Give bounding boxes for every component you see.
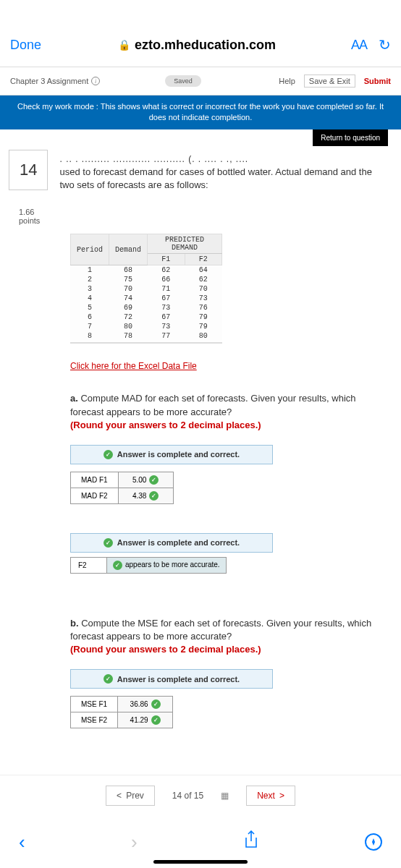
- table-cell: 3: [71, 284, 109, 294]
- part-a-prompt: a. Compute MAD for each set of forecasts…: [70, 392, 376, 432]
- table-cell: 80: [109, 322, 148, 331]
- question-text: used to forecast demand for cases of bot…: [59, 166, 371, 190]
- share-icon[interactable]: [243, 830, 259, 854]
- table-cell: 5: [71, 303, 109, 312]
- check-icon: ✓: [104, 538, 113, 548]
- url-display[interactable]: 🔒 ezto.mheducation.com: [56, 38, 338, 53]
- table-cell: 62: [185, 275, 222, 284]
- part-a-accuracy-banner: ✓ Answer is complete and correct.: [70, 533, 273, 553]
- reload-icon[interactable]: ↻: [379, 36, 391, 54]
- points-box: 1.66 points: [19, 208, 379, 225]
- part-a-accuracy-row: F2 ✓appears to be more accurate.: [70, 557, 227, 574]
- part-b-answer-table: MSE F1 36.86✓ MSE F2 41.29✓: [70, 696, 173, 728]
- check-work-banner: Check my work mode : This shows what is …: [0, 95, 401, 129]
- next-label: Next: [257, 791, 275, 801]
- table-scroll-wrapper[interactable]: Period Demand PREDICTED DEMAND F1 F2 168…: [70, 234, 222, 344]
- mad-f1-label: MAD F1: [71, 472, 119, 488]
- table-cell: 70: [185, 284, 222, 294]
- table-cell: 67: [148, 294, 185, 303]
- table-row: 3707170: [71, 284, 222, 294]
- banner-text: Answer is complete and correct.: [117, 675, 240, 684]
- part-a-label: a.: [70, 393, 78, 404]
- mse-f2-value: 41.29: [130, 716, 148, 724]
- text-size-button[interactable]: AA: [351, 38, 367, 53]
- table-row: 6726779: [71, 312, 222, 322]
- table-cell: 8: [71, 331, 109, 341]
- mad-f1-value-cell: 5.00✓: [118, 472, 173, 488]
- th-f2: F2: [185, 254, 222, 265]
- compass-icon[interactable]: [365, 833, 382, 851]
- status-icons: ▁▃▅ ⊙ 78: [327, 9, 381, 22]
- table-cell: 73: [148, 322, 185, 331]
- table-row: MAD F2 4.38✓: [71, 488, 174, 503]
- home-indicator[interactable]: [153, 860, 248, 864]
- part-b-prompt: b. Compute the MSE for each set of forec…: [70, 617, 376, 657]
- content-area: Return to question 14 . .. . ......... .…: [0, 129, 401, 729]
- table-cell: 2: [71, 275, 109, 284]
- submit-button[interactable]: Submit: [364, 77, 391, 85]
- mad-f1-value: 5.00: [132, 476, 146, 484]
- table-row: 2756662: [71, 275, 222, 284]
- table-row: 1686264: [71, 265, 222, 276]
- table-cell: 73: [185, 294, 222, 303]
- save-exit-button[interactable]: Save & Exit: [304, 75, 355, 88]
- table-cell: 73: [148, 303, 185, 312]
- help-button[interactable]: Help: [279, 77, 295, 85]
- check-icon: ✓: [151, 715, 161, 725]
- table-cell: 4: [71, 294, 109, 303]
- grid-icon[interactable]: ▦: [221, 791, 229, 801]
- assignment-header: Chapter 3 Assignment i Saved Help Save &…: [0, 67, 401, 95]
- prev-label: Prev: [126, 791, 144, 801]
- table-cell: 80: [185, 331, 222, 341]
- accuracy-choice: F2: [71, 557, 107, 573]
- th-period: Period: [71, 234, 109, 265]
- table-cell: 69: [109, 303, 148, 312]
- next-button[interactable]: Next >: [246, 786, 295, 806]
- th-demand: Demand: [109, 234, 148, 265]
- truncated-prefix: . .. . ......... ............ ..........…: [59, 154, 248, 164]
- page-count: 14 of 15: [172, 791, 203, 801]
- chevron-left-icon: <: [117, 791, 122, 801]
- question-row: 14 . .. . ......... ............ .......…: [9, 150, 379, 192]
- question-number: 14: [9, 150, 48, 190]
- points-value: 1.66: [19, 208, 379, 216]
- assignment-title: Chapter 3 Assignment: [10, 77, 88, 85]
- part-a-correct-banner: ✓ Answer is complete and correct.: [70, 445, 273, 464]
- th-predicted: PREDICTED DEMAND: [148, 234, 222, 254]
- table-cell: 62: [148, 265, 185, 276]
- table-cell: 74: [109, 294, 148, 303]
- table-cell: 77: [148, 331, 185, 341]
- question-nav-footer: < Prev 14 of 15 ▦ Next >: [0, 775, 401, 816]
- return-to-question-button[interactable]: Return to question: [313, 129, 388, 146]
- mse-f2-label: MSE F2: [71, 712, 118, 728]
- chevron-right-icon: >: [279, 791, 284, 801]
- table-cell: 76: [185, 303, 222, 312]
- mad-f2-label: MAD F2: [71, 488, 119, 503]
- table-cell: 70: [109, 284, 148, 294]
- check-icon: ✓: [104, 450, 113, 459]
- table-cell: 79: [185, 322, 222, 331]
- table-row: MAD F1 5.00✓: [71, 472, 174, 488]
- mad-f2-value: 4.38: [132, 492, 146, 500]
- table-cell: 6: [71, 312, 109, 322]
- mad-f2-value-cell: 4.38✓: [118, 488, 173, 503]
- table-row: MSE F1 36.86✓: [71, 697, 173, 712]
- prev-button[interactable]: < Prev: [106, 786, 155, 806]
- part-b-correct-banner: ✓ Answer is complete and correct.: [70, 669, 273, 689]
- excel-data-link[interactable]: Click here for the Excel Data File: [70, 361, 197, 371]
- back-button[interactable]: ‹: [19, 831, 25, 854]
- forward-button[interactable]: ›: [131, 831, 138, 854]
- table-cell: 71: [148, 284, 185, 294]
- banner-text: Answer is complete and correct.: [117, 538, 240, 547]
- info-icon[interactable]: i: [91, 77, 100, 85]
- table-cell: 64: [185, 265, 222, 276]
- question-text-block: . .. . ......... ............ ..........…: [59, 150, 379, 192]
- forecast-data-table: Period Demand PREDICTED DEMAND F1 F2 168…: [70, 234, 222, 341]
- done-button[interactable]: Done: [10, 38, 41, 53]
- signal-icon: ▁▃▅: [327, 9, 353, 22]
- part-a-text: Compute MAD for each set of forecasts. G…: [70, 393, 356, 417]
- status-time: 10:48: [20, 10, 48, 22]
- part-b-round: (Round your answers to 2 decimal places.…: [70, 644, 261, 655]
- url-text: ezto.mheducation.com: [135, 38, 276, 53]
- accuracy-explain-cell: ✓appears to be more accurate.: [107, 557, 227, 573]
